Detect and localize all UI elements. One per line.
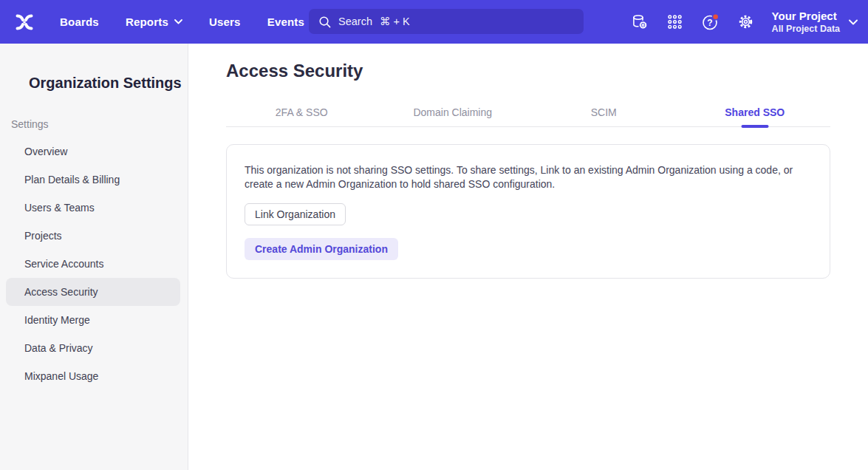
chevron-down-icon: [849, 19, 858, 25]
sidebar-item-projects[interactable]: Projects: [6, 222, 180, 250]
help-icon: ?: [701, 13, 720, 32]
sidebar-item-overview[interactable]: Overview: [6, 137, 180, 166]
sidebar-item-label: Users & Teams: [24, 202, 95, 214]
sidebar-item-label: Data & Privacy: [24, 342, 93, 354]
data-management-button[interactable]: [630, 13, 649, 32]
nav-item-users[interactable]: Users: [209, 16, 241, 28]
sidebar-item-label: Identity Merge: [24, 314, 90, 326]
apps-grid-icon: [666, 13, 683, 30]
tab-scim[interactable]: SCIM: [528, 98, 680, 126]
mixpanel-logo[interactable]: [12, 11, 37, 33]
project-text: Your Project All Project Data: [772, 10, 840, 35]
sidebar-item-identity-merge[interactable]: Identity Merge: [6, 306, 180, 334]
sidebar-title: Organization Settings: [29, 72, 188, 93]
sidebar-item-label: Access Security: [24, 286, 98, 298]
settings-sidebar: Organization Settings Settings Overview …: [0, 44, 188, 470]
nav-item-label: Reports: [126, 16, 168, 28]
nav-item-events[interactable]: Events: [267, 16, 304, 28]
sidebar-item-data-privacy[interactable]: Data & Privacy: [6, 334, 180, 362]
project-selector[interactable]: Your Project All Project Data: [772, 10, 858, 35]
nav-item-boards[interactable]: Boards: [60, 16, 99, 28]
nav-item-reports[interactable]: Reports: [126, 16, 182, 28]
tab-bar: 2FA & SSO Domain Claiming SCIM Shared SS…: [226, 98, 830, 127]
tab-shared-sso[interactable]: Shared SSO: [680, 98, 831, 126]
notification-badge: [712, 13, 718, 19]
main-content: Access Security 2FA & SSO Domain Claimin…: [188, 44, 868, 470]
sidebar-item-mixpanel-usage[interactable]: Mixpanel Usage: [6, 362, 180, 390]
apps-grid-button[interactable]: [666, 13, 685, 32]
sidebar-item-service-accounts[interactable]: Service Accounts: [6, 250, 180, 278]
data-management-icon: [630, 13, 649, 31]
shared-sso-card: This organization is not sharing SSO set…: [226, 144, 830, 279]
mixpanel-logo-icon: [13, 12, 35, 33]
tab-domain-claiming[interactable]: Domain Claiming: [377, 98, 529, 126]
page-title: Access Security: [226, 61, 830, 81]
search-input[interactable]: Search ⌘ + K: [309, 9, 584, 34]
search-shortcut: ⌘ + K: [380, 16, 410, 27]
nav-item-label: Users: [209, 16, 241, 28]
sidebar-item-plan-details-billing[interactable]: Plan Details & Billing: [6, 166, 180, 194]
sidebar-nav-list: Overview Plan Details & Billing Users & …: [0, 137, 188, 390]
tab-label: SCIM: [591, 106, 617, 118]
nav-item-label: Boards: [60, 16, 99, 28]
link-organization-button[interactable]: Link Organization: [245, 203, 346, 225]
tab-label: 2FA & SSO: [276, 106, 328, 118]
help-button[interactable]: ?: [701, 13, 720, 32]
create-admin-organization-button[interactable]: Create Admin Organization: [245, 238, 398, 260]
search-placeholder: Search ⌘ + K: [338, 16, 410, 27]
sidebar-item-label: Projects: [24, 230, 62, 242]
sidebar-item-label: Mixpanel Usage: [24, 370, 98, 382]
primary-nav: Boards Reports Users Events: [60, 0, 304, 44]
sidebar-item-label: Plan Details & Billing: [24, 174, 120, 185]
search-placeholder-text: Search: [338, 16, 372, 27]
app-root: Boards Reports Users Events Search: [0, 0, 868, 470]
content-shell: Organization Settings Settings Overview …: [0, 44, 868, 470]
shared-sso-description: This organization is not sharing SSO set…: [245, 163, 806, 191]
search-icon: [318, 15, 332, 29]
sidebar-item-label: Service Accounts: [24, 258, 103, 270]
project-name: Your Project: [772, 10, 840, 23]
svg-text:?: ?: [707, 17, 712, 27]
nav-right-actions: ? Your Project All Project Data: [630, 0, 858, 44]
tab-2fa-sso[interactable]: 2FA & SSO: [226, 98, 377, 126]
tab-label: Shared SSO: [725, 106, 785, 118]
chevron-down-icon: [174, 19, 182, 24]
sidebar-section-label: Settings: [11, 119, 188, 130]
nav-item-label: Events: [267, 16, 304, 28]
project-scope: All Project Data: [772, 24, 840, 35]
top-nav: Boards Reports Users Events Search: [0, 0, 868, 44]
settings-button[interactable]: [737, 13, 756, 32]
settings-gear-icon: [737, 13, 755, 31]
sidebar-item-users-teams[interactable]: Users & Teams: [6, 194, 180, 222]
tab-label: Domain Claiming: [413, 106, 492, 118]
sidebar-item-label: Overview: [24, 146, 67, 157]
sidebar-item-access-security[interactable]: Access Security: [6, 278, 180, 306]
